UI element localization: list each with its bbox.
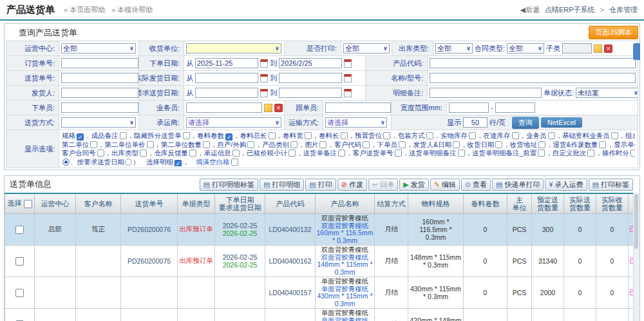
text-input[interactable] [495,102,535,113]
button-netexcel[interactable]: NetExcel [541,117,582,128]
option-checkbox[interactable] [305,132,312,139]
option-checkbox[interactable] [611,132,618,139]
calendar-icon[interactable] [344,59,352,68]
dropdown-select[interactable]: 请选择∨ [325,117,387,128]
fill-blank-link[interactable]: 填满空白格 [196,158,230,166]
option-checkbox[interactable] [140,150,147,157]
option-checkbox[interactable] [247,141,254,148]
page-js-script-button[interactable]: 页面JS脚本 [589,26,638,39]
dropdown-select[interactable]: ∨ [186,43,281,54]
text-input[interactable] [325,102,391,113]
toolbar-button-print[interactable]: ▤打印 [305,179,336,191]
button-query[interactable]: 查询 [512,117,539,129]
text-input[interactable] [61,73,138,83]
text-input[interactable] [430,88,542,98]
option-checkbox[interactable] [97,150,104,157]
calendar-icon[interactable] [260,59,268,68]
option-checkbox[interactable] [338,150,345,157]
text-input[interactable]: 50 [463,117,488,128]
option-checkbox[interactable] [290,141,298,148]
product-link[interactable]: 单面背胶青稞纸420mm * 148mm * 0.3mm [316,317,374,321]
text-input[interactable] [61,102,138,113]
option-checkbox[interactable] [232,150,240,157]
option-checkbox[interactable] [231,159,238,166]
row-checkbox[interactable] [15,226,24,234]
text-input[interactable] [61,58,138,68]
text-input[interactable] [186,102,262,113]
clear-icon[interactable]: × [604,44,612,53]
row-checkbox[interactable] [15,289,24,297]
toolbar-button-void[interactable]: ⊘作废 [337,179,367,191]
option-checkbox[interactable] [189,150,196,157]
option-checkbox[interactable] [319,141,327,148]
product-link[interactable]: 双面背胶青稞纸160mm * 116.5mm * 0.3mm [316,222,374,245]
dropdown-select[interactable]: 全部∨ [435,43,473,54]
option-checkbox[interactable] [469,132,476,139]
text-input[interactable]: 2025-11-25 [195,58,258,68]
dropdown-select[interactable]: 全部∨ [507,43,544,54]
option-checkbox[interactable] [203,141,210,148]
text-input[interactable] [279,73,342,83]
option-checkbox[interactable] [512,132,519,139]
option-checkbox[interactable] [395,150,402,157]
text-input[interactable] [195,73,258,83]
panel-collapse-tab[interactable] [633,43,640,60]
option-checkbox[interactable] [383,132,390,139]
option-checkbox[interactable] [538,141,545,148]
text-input[interactable] [449,102,489,113]
toolbar-button-print-tag[interactable]: ▤打印标签 [589,179,633,191]
option-checkbox[interactable] [341,132,348,139]
option-radio[interactable] [125,159,132,166]
browse-icon[interactable] [594,44,602,53]
toolbar-button-view[interactable]: ⊙查看 [461,179,491,191]
dropdown-select[interactable]: 请选择∨ [186,117,281,128]
clear-icon[interactable]: × [274,104,283,112]
text-input[interactable]: 2026/2/25 [279,58,342,68]
option-checkbox[interactable] [183,132,190,139]
option-checkbox[interactable]: ✓ [77,133,84,141]
text-input[interactable] [562,43,592,54]
calendar-icon[interactable] [260,89,268,97]
option-checkbox[interactable]: ✓ [225,133,232,141]
calendar-icon[interactable] [344,74,352,83]
module-help-link[interactable]: » 本模块帮助 [111,5,153,15]
option-checkbox[interactable] [495,141,502,148]
option-checkbox[interactable] [147,141,154,148]
option-checkbox[interactable] [289,150,296,157]
calendar-icon[interactable] [260,74,268,83]
option-checkbox[interactable] [120,132,127,139]
breadcrumb-warehouse[interactable]: 仓库管理 [609,5,638,15]
option-checkbox[interactable] [548,132,555,139]
toolbar-button-print-detail[interactable]: ▤打印明细 [260,179,304,191]
option-checkbox[interactable] [458,150,465,157]
option-checkbox[interactable] [90,141,97,148]
option-checkbox[interactable] [599,141,606,148]
dropdown-select[interactable]: 全部∨ [61,43,136,54]
page-help-link[interactable]: » 本页面帮助 [64,5,105,15]
option-checkbox[interactable]: ✓ [175,160,182,167]
option-checkbox[interactable] [363,141,370,148]
option-checkbox[interactable] [453,141,460,148]
option-checkbox[interactable] [538,150,545,157]
product-link[interactable]: 双面背胶青稞纸148mm * 115mm * 0.3mm [316,254,374,277]
text-input[interactable] [61,88,138,98]
toolbar-button-express-print[interactable]: ▤快递单打印 [492,179,544,191]
toolbar-button-enter-freight[interactable]: ¥录入运费 [545,179,587,191]
option-radio[interactable] [62,159,70,166]
scrollbar-thumb[interactable] [634,194,638,249]
toolbar-button-print-detail-tag[interactable]: ▤打印明细标签 [200,179,258,191]
toolbar-button-edit[interactable]: ✎编辑 [430,179,460,191]
dropdown-select[interactable]: 未结案∨ [576,88,638,98]
text-input[interactable] [430,73,636,83]
text-input[interactable] [430,58,636,68]
option-checkbox[interactable] [426,132,433,139]
dropdown-select[interactable]: ∨ [61,117,136,128]
option-checkbox[interactable] [399,141,406,148]
browse-icon[interactable] [264,104,272,112]
vertical-scrollbar[interactable] [633,193,639,321]
breadcrumb-system[interactable]: 点睛ERP子系统 [545,5,595,15]
option-checkbox[interactable] [269,132,276,139]
calendar-icon[interactable] [344,89,352,97]
back-link[interactable]: ◀后退 [520,5,539,15]
select-all-checkbox[interactable] [24,200,32,208]
